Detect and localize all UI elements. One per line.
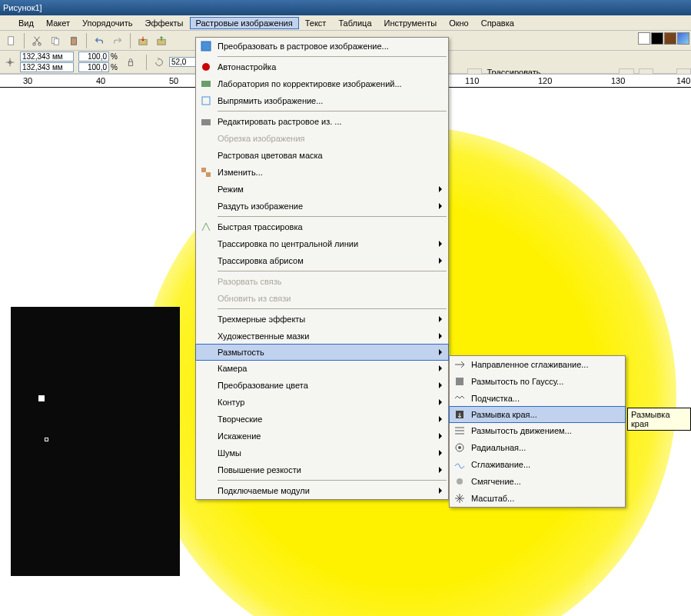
menu-table[interactable]: Таблица [332, 17, 377, 29]
menu-3d-effects[interactable]: Трехмерные эффекты [196, 311, 448, 328]
window-title: Рисунок1] [3, 3, 42, 12]
chevron-right-icon [439, 433, 442, 439]
menu-window[interactable]: Окно [443, 17, 475, 29]
cut-icon[interactable] [28, 32, 45, 49]
menu-centerline-trace[interactable]: Трассировка по центральной линии [196, 235, 448, 252]
menu-blur[interactable]: Размытость [195, 344, 449, 361]
submenu-directional[interactable]: Направленное сглаживание... [450, 356, 625, 373]
menu-convert-to-bitmap[interactable]: Преобразовать в растровое изображение... [196, 38, 448, 55]
menu-color-transform[interactable]: Преобразование цвета [196, 377, 448, 394]
submenu-low-pass[interactable]: Размывка края... [449, 406, 626, 423]
selection-handle-1[interactable] [38, 395, 45, 401]
menu-text[interactable]: Текст [299, 17, 333, 29]
lowpass-icon [453, 408, 467, 421]
menu-camera[interactable]: Камера [196, 360, 448, 377]
selection-handle-2[interactable] [45, 438, 48, 441]
menu-arrange[interactable]: Упорядочить [76, 17, 138, 29]
svg-rect-18 [456, 378, 463, 385]
position-icon [5, 57, 15, 68]
swatch-white[interactable] [638, 32, 650, 45]
chevron-right-icon [439, 258, 442, 264]
menu-tools[interactable]: Инструменты [378, 17, 444, 29]
black-rectangle-object[interactable] [11, 307, 180, 576]
lab-icon [199, 77, 213, 91]
chevron-right-icon [439, 316, 442, 322]
menu-break-link: Разорвать связь [196, 273, 448, 290]
menu-quick-trace[interactable]: Быстрая трассировка [196, 218, 448, 235]
menu-mode[interactable]: Режим [196, 181, 448, 198]
menu-update-link: Обновить из связи [196, 290, 448, 307]
menu-color-mask[interactable]: Растровая цветовая маска [196, 147, 448, 164]
svg-rect-11 [201, 42, 211, 51]
swatch-blue[interactable] [677, 32, 689, 45]
copy-icon[interactable] [47, 32, 64, 49]
menu-help[interactable]: Справка [475, 17, 520, 29]
menu-expand[interactable]: Раздуть изображение [196, 198, 448, 215]
height-pct-input[interactable] [78, 62, 109, 72]
menu-bitmap[interactable]: Растровые изображения [190, 17, 299, 29]
chevron-right-icon [439, 450, 442, 456]
undo-icon[interactable] [91, 32, 108, 49]
resample-icon [199, 165, 213, 179]
svg-rect-14 [202, 97, 210, 105]
menu-layout[interactable]: Макет [40, 17, 76, 29]
menu-plugins[interactable]: Подключаемые модули [196, 482, 448, 499]
submenu-jaggy[interactable]: Подчистка... [450, 390, 625, 407]
auto-icon [199, 60, 213, 74]
menu-edit-bitmap[interactable]: Редактировать растровое из. ... [196, 113, 448, 130]
swatch-black[interactable] [651, 32, 663, 45]
chevron-right-icon [439, 365, 442, 371]
quicktrace-icon [199, 220, 213, 234]
menu-outline-trace[interactable]: Трассировка абрисом [196, 252, 448, 269]
chevron-right-icon [439, 241, 442, 247]
menu-distort[interactable]: Искажение [196, 428, 448, 445]
rotate-icon [154, 57, 164, 68]
submenu-soften[interactable]: Смягчение... [450, 473, 625, 490]
chevron-right-icon [439, 186, 442, 192]
chevron-right-icon [439, 382, 442, 388]
menu-auto-adjust[interactable]: Автонастройка [196, 58, 448, 75]
menu-noise[interactable]: Шумы [196, 445, 448, 461]
menu-sharpen[interactable]: Повышение резкости [196, 461, 448, 478]
submenu-gaussian[interactable]: Размытость по Гауссу... [450, 373, 625, 390]
submenu-zoom[interactable]: Масштаб... [450, 490, 625, 507]
submenu-motion[interactable]: Размытость движением... [450, 422, 625, 439]
x-input[interactable] [20, 52, 74, 62]
svg-rect-6 [72, 36, 75, 38]
chevron-right-icon [439, 467, 442, 473]
svg-rect-16 [201, 168, 206, 172]
svg-point-22 [457, 478, 463, 484]
crop-icon [199, 132, 213, 145]
redo-icon[interactable] [109, 32, 126, 49]
directional-blur-icon [453, 358, 467, 371]
lock-ratio-icon[interactable] [122, 54, 139, 71]
submenu-smooth[interactable]: Сглаживание... [450, 456, 625, 473]
export-icon[interactable] [153, 32, 170, 49]
color-swatches [638, 32, 689, 45]
toolbar-new-icon[interactable] [3, 32, 20, 49]
menu-view[interactable]: Вид [12, 17, 40, 29]
menu-creative[interactable]: Творческие [196, 411, 448, 428]
tooltip: Размывка края [627, 408, 691, 431]
zoom-blur-icon [453, 491, 467, 505]
menu-effects[interactable]: Эффекты [139, 17, 190, 29]
motion-blur-icon [453, 424, 467, 438]
svg-rect-17 [206, 172, 211, 177]
menu-straighten[interactable]: Выпрямить изображение... [196, 92, 448, 109]
menu-image-lab[interactable]: Лаборатория по корректировке изображений… [196, 75, 448, 92]
blur-submenu: Направленное сглаживание... Размытость п… [449, 355, 626, 508]
soften-icon [453, 474, 467, 488]
svg-point-12 [202, 63, 210, 71]
menu-resample[interactable]: Изменить... [196, 164, 448, 181]
menu-contour[interactable]: Контур [196, 394, 448, 411]
swatch-brown[interactable] [664, 32, 676, 45]
jaggy-icon [453, 391, 467, 405]
width-pct-input[interactable] [78, 52, 109, 62]
submenu-radial[interactable]: Радиальная... [450, 439, 625, 456]
y-input[interactable] [20, 62, 74, 72]
svg-rect-0 [8, 36, 14, 45]
gaussian-blur-icon [453, 375, 467, 388]
import-icon[interactable] [135, 32, 151, 49]
paste-icon[interactable] [65, 32, 82, 49]
menu-artistic[interactable]: Художественные мазки [196, 328, 448, 345]
